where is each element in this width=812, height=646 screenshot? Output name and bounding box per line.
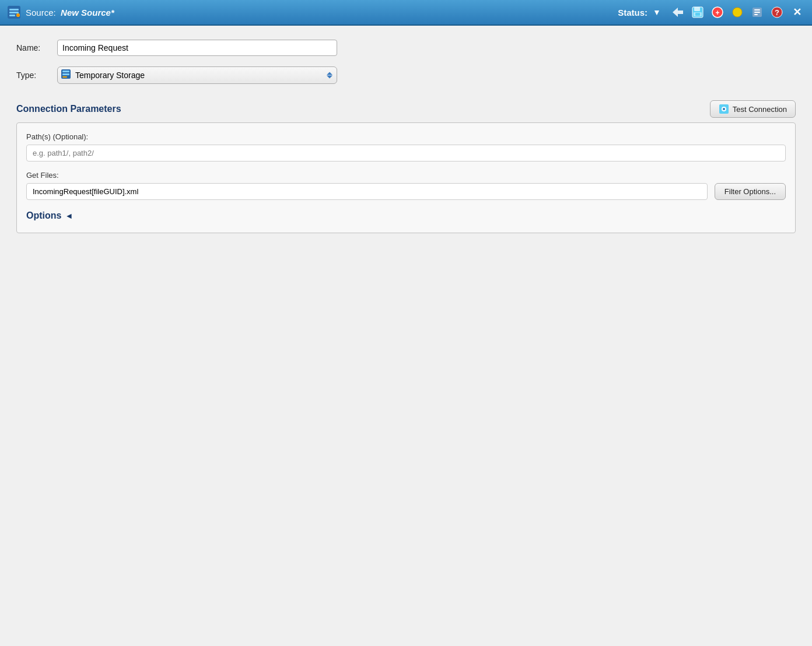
status-dropdown[interactable]: ▼ xyxy=(651,6,663,18)
help-button[interactable]: ? xyxy=(769,4,785,20)
get-files-row: Filter Options... xyxy=(26,183,786,200)
title-source-label: Source: New Source* xyxy=(26,8,114,17)
app-icon-svg xyxy=(8,6,20,19)
svg-rect-15 xyxy=(754,12,760,13)
svg-rect-2 xyxy=(9,12,19,13)
svg-point-25 xyxy=(723,108,725,110)
type-field-row: Type: Temporary Storage File System FTP … xyxy=(16,66,796,84)
svg-rect-16 xyxy=(754,14,758,15)
name-field-row: Name: xyxy=(16,40,796,56)
settings-button[interactable] xyxy=(749,4,765,20)
svg-marker-5 xyxy=(673,8,683,17)
test-connection-icon xyxy=(719,104,729,114)
back-icon xyxy=(672,7,684,17)
name-input[interactable] xyxy=(57,40,337,56)
options-row: Options ◄ xyxy=(26,210,786,221)
title-bar-right: + ? ✕ xyxy=(670,4,805,20)
filter-options-button[interactable]: Filter Options... xyxy=(715,183,786,200)
title-bar-center: Status: ▼ xyxy=(618,6,663,18)
title-bar: Source: New Source* Status: ▼ + xyxy=(0,0,812,26)
svg-text:+: + xyxy=(715,9,719,17)
type-select-wrapper: Temporary Storage File System FTP SFTP D… xyxy=(57,66,337,84)
settings-icon xyxy=(751,6,763,18)
connection-params-header-row: Connection Parameters Test Connection xyxy=(16,100,796,118)
paths-input[interactable] xyxy=(26,145,786,162)
connection-params-title: Connection Parameters xyxy=(16,104,121,114)
download-button[interactable]: + xyxy=(709,4,726,20)
name-label: Name: xyxy=(16,43,57,52)
get-files-label: Get Files: xyxy=(26,171,786,180)
source-icon xyxy=(7,5,21,19)
params-box: Path(s) (Optional): Get Files: Filter Op… xyxy=(16,122,796,233)
paths-label: Path(s) (Optional): xyxy=(26,132,786,141)
back-button[interactable] xyxy=(670,4,686,20)
circle-icon xyxy=(732,6,743,18)
svg-rect-1 xyxy=(9,9,19,10)
test-connection-label: Test Connection xyxy=(733,105,787,114)
svg-point-12 xyxy=(733,8,742,17)
svg-rect-14 xyxy=(754,9,760,10)
title-bar-left: Source: New Source* xyxy=(7,5,618,19)
options-toggle-arrow[interactable]: ◄ xyxy=(65,211,73,220)
get-files-input[interactable] xyxy=(26,183,708,200)
type-select[interactable]: Temporary Storage File System FTP SFTP D… xyxy=(57,66,337,84)
svg-rect-7 xyxy=(694,7,700,11)
close-button[interactable]: ✕ xyxy=(789,4,805,20)
download-icon: + xyxy=(711,6,724,19)
main-content: Name: Type: Temporary Storage File Syste… xyxy=(0,26,812,646)
options-title: Options xyxy=(26,210,61,221)
help-icon: ? xyxy=(771,6,783,18)
svg-rect-3 xyxy=(9,15,15,16)
save-icon xyxy=(692,6,704,18)
svg-rect-9 xyxy=(695,13,700,16)
type-label: Type: xyxy=(16,71,57,80)
status-circle-button[interactable] xyxy=(729,4,746,20)
test-connection-button[interactable]: Test Connection xyxy=(710,100,796,118)
status-label: Status: xyxy=(618,8,648,17)
svg-text:?: ? xyxy=(775,8,779,17)
title-source-name: New Source* xyxy=(61,8,114,17)
save-button[interactable] xyxy=(690,4,706,20)
